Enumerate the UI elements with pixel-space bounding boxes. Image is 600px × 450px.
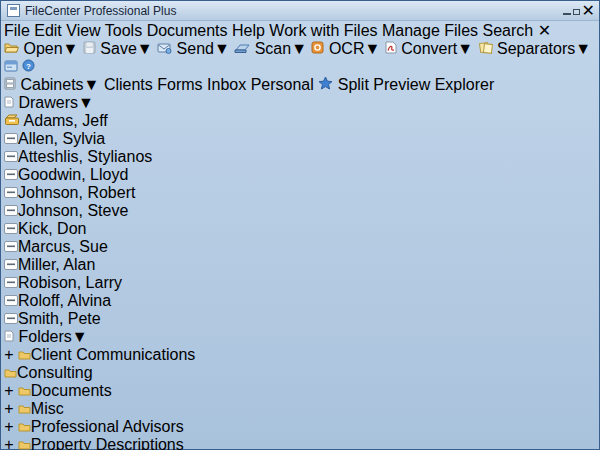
chevron-down-icon: ▼	[364, 40, 380, 57]
menu-help[interactable]: Help	[232, 22, 265, 39]
folder-icon	[18, 418, 31, 435]
drawer-item[interactable]: Roloff, Alvina	[4, 292, 596, 310]
drawer-icon	[4, 202, 18, 219]
drawer-item[interactable]: Goodwin, Lloyd	[4, 166, 596, 184]
drawers-list: Adams, Jeff Allen, Sylvia Atteshlis, Sty…	[4, 112, 596, 328]
app-icon	[7, 4, 20, 17]
folder-icon	[18, 346, 31, 363]
scan-button[interactable]: Scan▼	[234, 40, 311, 57]
chevron-down-icon: ▼	[63, 40, 79, 57]
options-button[interactable]	[4, 58, 22, 75]
drawer-item[interactable]: Smith, Pete	[4, 310, 596, 328]
folder-item[interactable]: + Professional Advisors	[4, 418, 596, 436]
pdf-convert-icon	[385, 40, 397, 57]
close-button[interactable]: ✕	[582, 1, 595, 20]
drawer-icon	[4, 184, 18, 201]
menu-bar: File Edit View Tools Documents Help Work…	[4, 21, 596, 40]
chevron-down-icon: ▼	[72, 328, 88, 345]
help-button[interactable]: ?	[22, 58, 35, 75]
chevron-down-icon: ▼	[291, 40, 307, 57]
expand-icon[interactable]: +	[4, 418, 13, 435]
separators-icon	[478, 40, 493, 57]
cabinets-button[interactable]: Cabinets▼	[4, 76, 104, 93]
expand-icon[interactable]: +	[4, 436, 13, 450]
menu-tools[interactable]: Tools	[105, 22, 142, 39]
mode-tabs: Work with Files Manage Files Search ✕	[269, 22, 551, 39]
drawer-icon	[4, 166, 18, 183]
main-toolbar: Open▼ Save▼ Send▼ Scan▼ OCR▼ Convert▼	[4, 40, 596, 76]
folder-icon	[18, 400, 31, 417]
expand-icon[interactable]: +	[4, 400, 13, 417]
menu-edit[interactable]: Edit	[34, 22, 62, 39]
scanner-icon	[234, 40, 250, 57]
drawer-item[interactable]: Miller, Alan	[4, 256, 596, 274]
chevron-down-icon: ▼	[137, 40, 153, 57]
help-icon: ?	[22, 58, 35, 75]
tab-search[interactable]: Search	[482, 22, 533, 39]
open-drawer-icon	[4, 112, 20, 129]
folder-item[interactable]: + Client Communications	[4, 346, 596, 364]
drawer-icon	[4, 130, 18, 147]
drawer-item[interactable]: Johnson, Robert	[4, 184, 596, 202]
folder-item[interactable]: + Misc	[4, 400, 596, 418]
menu-documents[interactable]: Documents	[147, 22, 228, 39]
folders-panel: Folders▼ + Client Communications Consult…	[4, 328, 596, 450]
note-icon	[4, 94, 14, 111]
save-button[interactable]: Save▼	[83, 40, 157, 57]
ocr-button[interactable]: OCR▼	[311, 40, 384, 57]
cabinet-tab-inbox[interactable]: Inbox	[207, 76, 246, 93]
folders-header[interactable]: Folders▼	[4, 328, 596, 346]
drawer-icon	[4, 310, 18, 327]
open-folder-icon	[4, 40, 19, 57]
drawers-header[interactable]: Drawers▼	[4, 94, 596, 112]
folder-icon	[18, 382, 31, 399]
drawer-item[interactable]: Allen, Sylvia	[4, 130, 596, 148]
main-area: Drawers▼ Adams, Jeff Allen, Sylvia Attes…	[4, 94, 596, 450]
convert-button[interactable]: Convert▼	[385, 40, 478, 57]
drawer-item[interactable]: Kick, Don	[4, 220, 596, 238]
tab-work-with-files[interactable]: Work with Files	[269, 22, 377, 39]
drawer-item-selected[interactable]: Adams, Jeff	[4, 112, 596, 130]
save-icon	[83, 40, 96, 57]
expand-icon[interactable]: +	[4, 346, 13, 363]
window-title: FileCenter Professional Plus	[25, 4, 176, 18]
note-icon	[4, 328, 14, 345]
tab-manage-files[interactable]: Manage Files	[382, 22, 478, 39]
chevron-down-icon: ▼	[78, 94, 94, 111]
cabinet-icon	[4, 76, 16, 93]
folders-tree: + Client Communications Consulting + Doc…	[4, 346, 596, 450]
svg-text:?: ?	[27, 62, 32, 71]
minimize-button[interactable]	[563, 1, 571, 16]
expand-icon[interactable]: +	[4, 382, 13, 399]
drawer-icon	[4, 256, 18, 273]
open-button[interactable]: Open▼	[4, 40, 83, 57]
folder-item[interactable]: + Property Descriptions	[4, 436, 596, 450]
maximize-icon	[573, 9, 580, 15]
cabinet-tab-clients[interactable]: Clients	[104, 76, 153, 93]
folder-item[interactable]: Consulting	[4, 364, 596, 382]
drawers-panel: Drawers▼ Adams, Jeff Allen, Sylvia Attes…	[4, 94, 596, 328]
window-options-icon	[4, 58, 18, 75]
ocr-icon	[311, 40, 324, 57]
drawer-icon	[4, 220, 18, 237]
folder-item[interactable]: + Documents	[4, 382, 596, 400]
drawer-item[interactable]: Robison, Larry	[4, 274, 596, 292]
menu-file[interactable]: File	[4, 22, 30, 39]
menu-view[interactable]: View	[66, 22, 100, 39]
cabinet-tab-personal[interactable]: Personal	[251, 76, 314, 93]
title-bar: FileCenter Professional Plus ✕	[1, 1, 599, 21]
split-toggle[interactable]: Split	[338, 76, 369, 93]
preview-toggle[interactable]: Preview	[373, 76, 430, 93]
explorer-toggle[interactable]: Explorer	[435, 76, 495, 93]
drawer-item[interactable]: Atteshlis, Stylianos	[4, 148, 596, 166]
maximize-button[interactable]	[573, 1, 580, 16]
cabinet-tab-forms[interactable]: Forms	[157, 76, 202, 93]
drawer-icon	[4, 292, 18, 309]
drawer-icon	[4, 148, 18, 165]
separators-button[interactable]: Separators▼	[478, 40, 592, 57]
favorites-star-icon[interactable]	[318, 76, 333, 93]
send-button[interactable]: Send▼	[157, 40, 234, 57]
drawer-item[interactable]: Marcus, Sue	[4, 238, 596, 256]
drawer-item[interactable]: Johnson, Steve	[4, 202, 596, 220]
tab-close-icon[interactable]: ✕	[538, 22, 551, 39]
